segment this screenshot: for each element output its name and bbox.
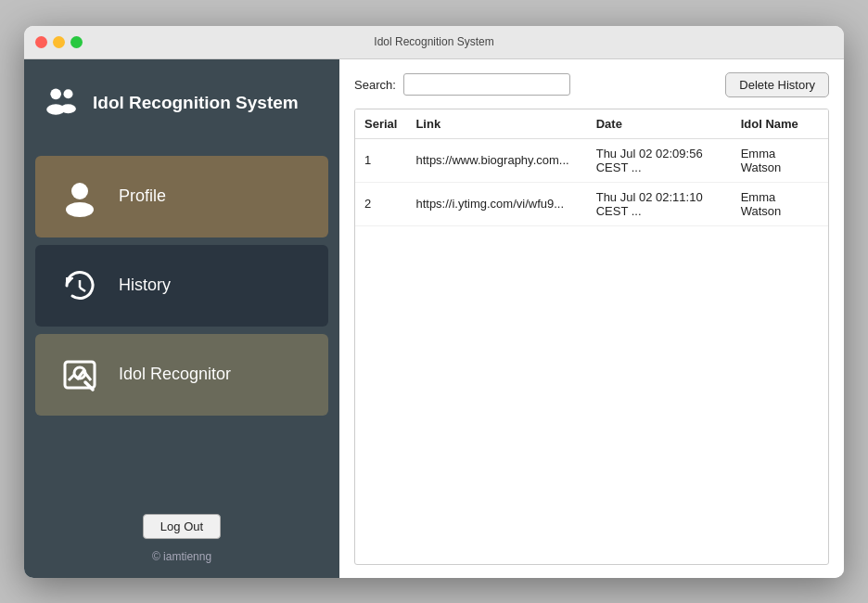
sidebar-item-profile[interactable]: Profile: [35, 156, 328, 237]
cell-date: Thu Jul 02 02:11:10 CEST ...: [587, 182, 732, 225]
app-window: Idol Recognition System Idol Recognition…: [24, 26, 844, 578]
cell-serial: 2: [355, 182, 406, 225]
svg-point-2: [64, 89, 73, 98]
history-label: History: [119, 276, 171, 295]
profile-label: Profile: [119, 186, 166, 206]
users-icon: [43, 82, 80, 126]
col-header-date: Date: [587, 109, 732, 139]
svg-line-7: [80, 288, 85, 291]
svg-point-4: [71, 183, 88, 199]
recognitor-icon: [57, 353, 102, 397]
svg-point-0: [50, 88, 61, 99]
main-content: Search: Delete History Serial Link Date …: [339, 59, 844, 578]
window-title: Idol Recognition System: [374, 35, 493, 48]
search-input[interactable]: [403, 73, 570, 96]
history-icon: [57, 263, 102, 308]
svg-point-3: [60, 104, 76, 113]
copyright-text: © iamtienng: [152, 550, 211, 563]
history-table-container: Serial Link Date Idol Name 1 https://www…: [354, 109, 829, 565]
delete-history-button[interactable]: Delete History: [725, 72, 829, 97]
cell-date: Thu Jul 02 02:09:56 CEST ...: [587, 138, 732, 182]
traffic-lights: [35, 36, 83, 48]
sidebar-item-history[interactable]: History: [35, 245, 328, 327]
search-label: Search:: [354, 78, 396, 92]
cell-serial: 1: [355, 138, 406, 182]
col-header-idol: Idol Name: [732, 109, 828, 139]
col-header-serial: Serial: [355, 109, 406, 139]
sidebar-header: Idol Recognition System: [24, 59, 339, 148]
sidebar-title: Idol Recognition System: [93, 93, 299, 114]
col-header-link: Link: [406, 109, 586, 139]
content-area: Idol Recognition System Profile: [24, 59, 844, 578]
table-header-row: Serial Link Date Idol Name: [355, 109, 828, 139]
sidebar-footer: Log Out © iamtienng: [24, 499, 339, 578]
svg-point-5: [66, 202, 94, 217]
profile-icon: [57, 174, 102, 219]
maximize-button[interactable]: [70, 36, 83, 48]
sidebar: Idol Recognition System Profile: [24, 59, 339, 578]
search-row: Search:: [354, 73, 570, 96]
logout-button[interactable]: Log Out: [143, 514, 221, 539]
cell-idol-name: Emma Watson: [732, 138, 828, 182]
toolbar: Search: Delete History: [354, 72, 829, 97]
minimize-button[interactable]: [53, 36, 65, 48]
sidebar-nav: Profile History: [24, 148, 339, 499]
cell-idol-name: Emma Watson: [732, 182, 828, 225]
history-table: Serial Link Date Idol Name 1 https://www…: [355, 109, 828, 226]
table-row: 1 https://www.biography.com... Thu Jul 0…: [355, 138, 828, 182]
table-row: 2 https://i.ytimg.com/vi/wfu9... Thu Jul…: [355, 182, 828, 225]
cell-link: https://i.ytimg.com/vi/wfu9...: [406, 182, 586, 225]
recognitor-label: Idol Recognitor: [119, 365, 231, 384]
cell-link: https://www.biography.com...: [406, 138, 586, 182]
close-button[interactable]: [35, 36, 47, 48]
sidebar-item-recognitor[interactable]: Idol Recognitor: [35, 334, 328, 416]
titlebar: Idol Recognition System: [24, 26, 844, 59]
